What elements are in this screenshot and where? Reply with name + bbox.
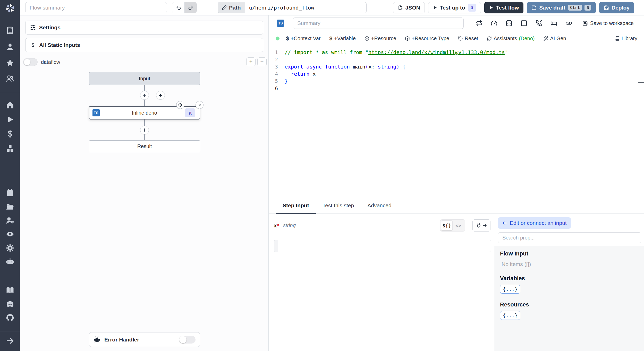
test-up-to-button[interactable]: Test up to a: [428, 2, 481, 13]
mode-code-button[interactable]: <>: [453, 220, 464, 230]
flow-input-node[interactable]: Input: [89, 72, 200, 85]
json-button[interactable]: JSON: [393, 2, 425, 13]
all-static-inputs-button[interactable]: All Static Inputs: [25, 38, 263, 52]
play-icon: [433, 5, 437, 10]
flow-settings-button[interactable]: Settings: [25, 21, 263, 35]
sleep-bed-icon[interactable]: [550, 20, 557, 27]
code-line[interactable]: 4 return x: [269, 70, 644, 78]
prop-picker-sections: Flow Input No items ([]) Variables {...}…: [494, 246, 644, 351]
test-up-to-step-badge[interactable]: a: [468, 4, 476, 12]
flow-result-node[interactable]: Result: [89, 140, 200, 152]
graph-zoom-in-button[interactable]: +: [246, 57, 256, 66]
add-variable-button[interactable]: $+Variable: [329, 35, 356, 41]
edit-or-connect-button[interactable]: Edit or connect an input: [498, 217, 571, 229]
connect-input-button[interactable]: [472, 219, 490, 232]
mode-expr-button[interactable]: ${}: [441, 220, 453, 230]
mock-voicemail-icon[interactable]: [565, 20, 572, 27]
arg-value-editor[interactable]: [274, 240, 491, 252]
save-icon: [531, 5, 537, 10]
retries-repeat-icon[interactable]: [476, 20, 482, 27]
windmill-logo-icon[interactable]: [4, 3, 16, 14]
undo-button[interactable]: [172, 2, 184, 13]
code-line[interactable]: 6: [269, 85, 644, 92]
early-stop-square-icon[interactable]: [521, 20, 527, 27]
groups-user-cog-icon[interactable]: [6, 216, 14, 225]
flow-input-heading: Flow Input: [500, 250, 644, 257]
tab-step-input[interactable]: Step Input: [276, 198, 316, 214]
add-step-button-bottom[interactable]: [140, 126, 149, 134]
collapse-arrow-right-icon[interactable]: [6, 336, 14, 345]
step-node-label: Inline deno: [132, 110, 157, 116]
arg-value-input[interactable]: [278, 240, 491, 252]
arg-required-mark: *: [277, 222, 279, 229]
folders-icon[interactable]: [6, 202, 14, 211]
suspend-phone-incoming-icon[interactable]: [536, 20, 542, 27]
code-editor[interactable]: 1// import * as wmill from "https://deno…: [269, 46, 644, 198]
add-context-var-button[interactable]: $+Context Var: [286, 35, 321, 41]
code-line[interactable]: 3export async function main(x: string) {: [269, 63, 644, 70]
favorites-star-icon[interactable]: [6, 58, 14, 67]
step-node-inline-deno[interactable]: TS Inline deno a: [89, 106, 200, 119]
add-trigger-button[interactable]: [156, 91, 165, 100]
variables-heading: Variables: [500, 275, 644, 282]
runs-play-icon[interactable]: [6, 115, 14, 124]
variables-object-chip[interactable]: {...}: [500, 285, 520, 294]
code-line[interactable]: 1// import * as wmill from "https://deno…: [269, 49, 644, 56]
add-resource-button[interactable]: +Resource: [365, 36, 396, 41]
dataflow-toggle[interactable]: [23, 58, 38, 66]
close-icon: [198, 103, 202, 107]
book-icon: [615, 36, 620, 41]
path-edit-button[interactable]: Path: [218, 2, 245, 13]
redo-button[interactable]: [184, 2, 197, 13]
delete-step-button[interactable]: [196, 101, 204, 109]
add-step-button-top[interactable]: [140, 91, 149, 100]
workspace-building-icon[interactable]: [6, 26, 14, 35]
reset-button[interactable]: Reset: [458, 36, 478, 41]
error-handler-label: Error Handler: [104, 337, 139, 343]
deploy-button[interactable]: Deploy: [599, 2, 634, 13]
path-input[interactable]: [245, 2, 367, 13]
user-icon[interactable]: [6, 42, 14, 51]
home-icon[interactable]: [6, 101, 14, 109]
resources-object-chip[interactable]: {...}: [500, 311, 520, 320]
github-icon[interactable]: [6, 313, 14, 322]
discord-icon[interactable]: [6, 300, 14, 309]
summary-input[interactable]: [293, 18, 464, 29]
pencil-icon: [222, 5, 227, 10]
code-line[interactable]: 5}: [269, 78, 644, 85]
flow-summary-input[interactable]: [25, 2, 167, 13]
test-flow-button[interactable]: Test flow: [484, 2, 523, 13]
add-resource-type-button[interactable]: +Resource Type: [405, 36, 449, 41]
assistants-button[interactable]: Assistants (Deno): [487, 36, 535, 41]
cache-database-icon[interactable]: [506, 20, 512, 27]
resources-heading: Resources: [500, 301, 644, 308]
library-button[interactable]: Library: [615, 36, 637, 41]
graph-zoom-out-button[interactable]: −: [257, 57, 267, 66]
error-handler-toggle[interactable]: [179, 336, 196, 344]
code-line[interactable]: 2: [269, 56, 644, 63]
editor-panel: TS Save to workspace $+Context Var $+Var…: [269, 15, 644, 351]
search-prop-input[interactable]: [498, 232, 641, 243]
path-label: Path: [229, 5, 241, 11]
resources-boxes-icon[interactable]: [6, 144, 14, 153]
tab-advanced[interactable]: Advanced: [361, 198, 398, 214]
code-lines: 1// import * as wmill from "https://deno…: [269, 49, 644, 92]
flow-result-node-label: Result: [137, 143, 152, 149]
concurrency-gauge-icon[interactable]: [491, 20, 497, 27]
audit-eye-icon[interactable]: [6, 230, 14, 238]
tab-test-this-step[interactable]: Test this step: [316, 198, 361, 214]
settings-gear-icon[interactable]: [6, 244, 14, 252]
schedules-calendar-icon[interactable]: [6, 189, 14, 197]
json-label: JSON: [405, 5, 420, 11]
save-draft-button[interactable]: Save draft Ctrl S: [527, 2, 596, 13]
step-id-badge: a: [185, 108, 195, 117]
workers-bot-icon[interactable]: [6, 257, 14, 266]
variables-dollar-icon[interactable]: [6, 130, 14, 138]
ai-gen-button[interactable]: AI Gen: [543, 36, 566, 41]
move-step-button[interactable]: [176, 101, 184, 109]
users-group-icon[interactable]: [6, 74, 14, 83]
docs-book-icon[interactable]: [6, 286, 14, 295]
flow-panel-divider: [20, 56, 268, 56]
step-input-content: x* string ${} <> Edit or con: [269, 214, 644, 351]
save-to-workspace-button[interactable]: Save to workspace: [582, 20, 634, 26]
